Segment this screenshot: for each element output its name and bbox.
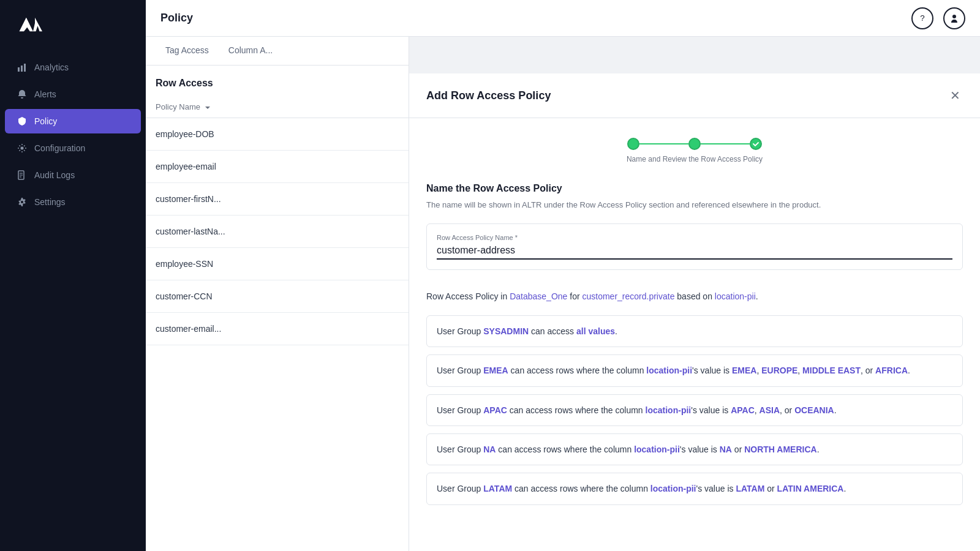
svg-marker-2 xyxy=(33,18,42,32)
policy-summary-text: Row Access Policy in Database_One for cu… xyxy=(426,290,963,303)
svg-rect-4 xyxy=(21,66,23,72)
na-val2[interactable]: NORTH AMERICA xyxy=(744,444,816,454)
dialog-body: Name and Review the Row Access Policy Na… xyxy=(409,118,980,551)
step-line-2 xyxy=(701,143,750,144)
help-button[interactable]: ? xyxy=(911,7,933,29)
list-item[interactable]: customer-CCN xyxy=(146,280,409,313)
group-sysadmin-link[interactable]: SYSADMIN xyxy=(483,326,529,336)
sidebar-label-policy: Policy xyxy=(34,116,57,126)
left-panel: Tag Access Column A... Row Access Policy… xyxy=(146,37,409,551)
name-policy-section: Name the Row Access Policy The name will… xyxy=(426,183,963,270)
step-line-1 xyxy=(639,143,688,144)
help-icon: ? xyxy=(920,13,924,23)
col-na-link[interactable]: location-pii xyxy=(634,444,680,454)
svg-rect-5 xyxy=(24,64,26,72)
stepper-circles xyxy=(627,138,762,150)
policy-name-input[interactable] xyxy=(437,245,952,260)
group-apac-link[interactable]: APAC xyxy=(483,405,507,415)
sidebar-label-configuration: Configuration xyxy=(34,143,85,153)
emea-val1[interactable]: EMEA xyxy=(732,365,756,375)
dialog-header: Add Row Access Policy ✕ xyxy=(409,73,980,118)
group-emea-link[interactable]: EMEA xyxy=(483,365,508,375)
gear-icon xyxy=(17,197,27,207)
sort-icon xyxy=(204,103,211,111)
sidebar-label-settings: Settings xyxy=(34,197,66,207)
sidebar-item-configuration[interactable]: Configuration xyxy=(5,136,141,160)
latam-val2[interactable]: LATIN AMERICA xyxy=(777,484,844,493)
list-item[interactable]: employee-email xyxy=(146,151,409,183)
dialog-title: Add Row Access Policy xyxy=(426,89,551,102)
top-bar-actions: ? xyxy=(911,7,965,29)
check-icon xyxy=(752,140,760,148)
shield-icon xyxy=(17,116,27,126)
svg-point-11 xyxy=(21,201,23,203)
sidebar-item-audit-logs[interactable]: Audit Logs xyxy=(5,163,141,187)
apac-val3[interactable]: OCEANIA xyxy=(794,405,834,415)
sidebar-item-settings[interactable]: Settings xyxy=(5,190,141,214)
latam-val1[interactable]: LATAM xyxy=(736,484,764,493)
list-item[interactable]: customer-firstN... xyxy=(146,183,409,216)
add-row-access-dialog: Add Row Access Policy ✕ Name and R xyxy=(409,73,980,551)
list-item[interactable]: employee-DOB xyxy=(146,118,409,151)
sidebar-item-policy[interactable]: Policy xyxy=(5,109,141,133)
column-link[interactable]: location-pii xyxy=(715,291,756,301)
apac-val1[interactable]: APAC xyxy=(731,405,755,415)
sidebar-item-alerts[interactable]: Alerts xyxy=(5,82,141,107)
database-link[interactable]: Database_One xyxy=(510,291,567,301)
doc-icon xyxy=(17,170,27,180)
list-item[interactable]: customer-email... xyxy=(146,313,409,345)
col-latam-link[interactable]: location-pii xyxy=(650,484,696,493)
sidebar-label-analytics: Analytics xyxy=(34,62,69,72)
step-2 xyxy=(688,138,701,150)
sidebar-label-audit-logs: Audit Logs xyxy=(34,170,75,180)
sidebar: Analytics Alerts Policy Configuration Au… xyxy=(0,0,146,551)
access-rule-apac: User Group APAC can access rows where th… xyxy=(426,394,963,426)
access-rule-emea: User Group EMEA can access rows where th… xyxy=(426,354,963,386)
form-description: The name will be shown in ALTR under the… xyxy=(426,199,963,211)
sidebar-label-alerts: Alerts xyxy=(34,89,56,99)
stepper: Name and Review the Row Access Policy xyxy=(426,138,963,163)
col-apac-link[interactable]: location-pii xyxy=(646,405,692,415)
svg-rect-3 xyxy=(18,67,20,72)
na-val1[interactable]: NA xyxy=(720,444,732,454)
table-link[interactable]: customer_record.private xyxy=(582,291,674,301)
close-button[interactable]: ✕ xyxy=(948,86,963,105)
section-title: Row Access xyxy=(156,78,213,88)
list-item[interactable]: employee-SSN xyxy=(146,248,409,280)
list-item[interactable]: customer-lastNa... xyxy=(146,216,409,248)
field-label: Row Access Policy Name * xyxy=(437,234,952,241)
svg-marker-1 xyxy=(26,18,33,32)
apac-val2[interactable]: ASIA xyxy=(760,405,780,415)
sidebar-item-analytics[interactable]: Analytics xyxy=(5,55,141,80)
all-values-link[interactable]: all values xyxy=(576,326,615,336)
policy-list-header: Policy Name xyxy=(146,96,409,118)
user-menu-button[interactable] xyxy=(943,7,965,29)
tabs-bar: Tag Access Column A... xyxy=(146,37,409,66)
emea-val2[interactable]: EUROPE xyxy=(761,365,797,375)
content-area: Tag Access Column A... Row Access Policy… xyxy=(146,37,980,551)
form-title: Name the Row Access Policy xyxy=(426,183,963,194)
svg-point-6 xyxy=(21,147,24,150)
tab-tag-access[interactable]: Tag Access xyxy=(156,37,219,65)
policy-name-field-box: Row Access Policy Name * xyxy=(426,223,963,270)
chart-icon xyxy=(17,62,27,72)
policy-list: employee-DOB employee-email customer-fir… xyxy=(146,118,409,551)
bell-icon xyxy=(17,89,27,99)
group-na-link[interactable]: NA xyxy=(483,444,496,454)
step-1 xyxy=(627,138,639,150)
tab-column-access[interactable]: Column A... xyxy=(219,37,282,65)
altr-logo xyxy=(15,12,51,37)
row-access-section: Row Access xyxy=(146,66,409,96)
logo-area xyxy=(0,0,146,49)
col-emea-link[interactable]: location-pii xyxy=(646,365,692,375)
config-icon xyxy=(17,143,27,153)
stepper-label: Name and Review the Row Access Policy xyxy=(627,155,763,163)
access-rule-sysadmin: User Group SYSADMIN can access all value… xyxy=(426,315,963,347)
step-3 xyxy=(750,138,762,150)
user-icon xyxy=(949,13,959,23)
group-latam-link[interactable]: LATAM xyxy=(483,484,512,493)
main-content: Policy ? Tag Access Column A... Row Acce… xyxy=(146,0,980,551)
access-rule-latam: User Group LATAM can access rows where t… xyxy=(426,473,963,504)
emea-val4[interactable]: AFRICA xyxy=(875,365,908,375)
emea-val3[interactable]: MIDDLE EAST xyxy=(802,365,861,375)
